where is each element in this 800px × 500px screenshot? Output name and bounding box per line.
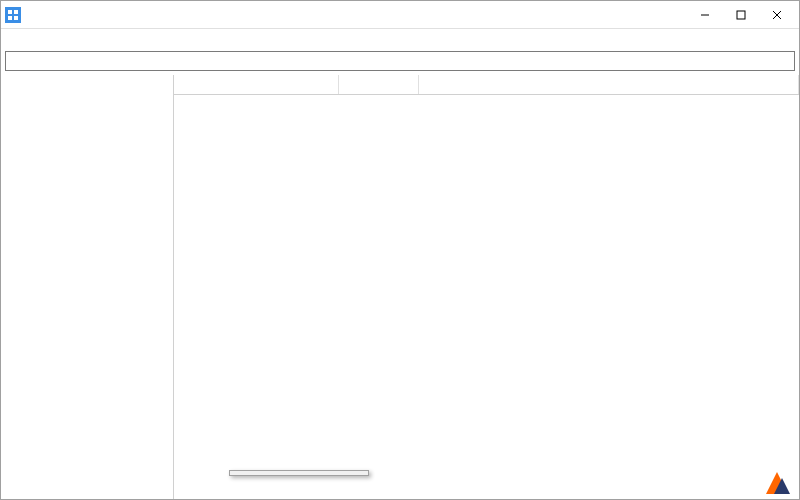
minimize-button[interactable] [687,1,723,29]
titlebar [1,1,799,29]
svg-rect-2 [8,16,12,20]
column-header-name[interactable] [174,75,339,94]
watermark [764,470,794,496]
registry-editor-window [0,0,800,500]
column-header-type[interactable] [339,75,419,94]
tree-pane[interactable] [1,75,174,499]
list-body[interactable] [174,95,799,499]
menubar [1,29,799,49]
list-pane [174,75,799,499]
svg-rect-1 [14,10,18,14]
column-header-data[interactable] [419,75,799,94]
watermark-icon [764,470,790,496]
maximize-button[interactable] [723,1,759,29]
svg-rect-3 [14,16,18,20]
content-area [1,75,799,499]
app-icon [5,7,21,23]
svg-rect-0 [8,10,12,14]
close-button[interactable] [759,1,795,29]
svg-rect-5 [737,11,745,19]
context-menu[interactable] [229,470,369,476]
address-bar[interactable] [5,51,795,71]
list-header [174,75,799,95]
